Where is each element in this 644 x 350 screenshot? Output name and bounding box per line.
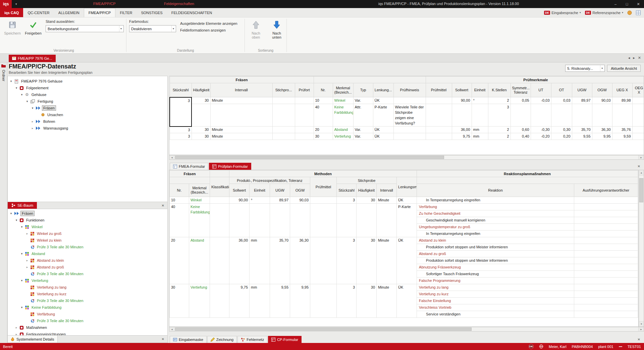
responsible-cell[interactable] <box>574 251 638 257</box>
cp-cell-ogw[interactable]: 36,30 <box>290 237 310 284</box>
column-header-symmetr-toleranz[interactable]: Symmetr...Toleranz <box>511 83 531 97</box>
freigeben-button[interactable]: Freigeben <box>25 19 42 35</box>
se-baum-item-vertiefung-zu-lang[interactable]: Vertiefung zu lang <box>8 284 167 291</box>
cell-haeufigkeit[interactable] <box>192 104 210 127</box>
se-baum-item-winkel-zu-gro[interactable]: ▸Winkel zu groß <box>8 230 167 237</box>
cell-pruefmittel[interactable] <box>426 104 452 127</box>
cell-pruefmittel[interactable] <box>426 127 452 133</box>
column-header-k-stellen[interactable]: K.Stellen <box>488 83 511 97</box>
cp-sub-klassifikation[interactable]: Klassifikation <box>210 177 229 197</box>
responsible-cell[interactable] <box>574 237 638 244</box>
cell-pruefhinweis[interactable] <box>393 133 426 140</box>
cp-cell-merkmal[interactable]: Vertiefung <box>189 284 210 318</box>
element-tree-item-fmea-pp-7976-geh-use[interactable]: ▾FMEA/PP 7976 Gehäuse <box>8 78 167 85</box>
cp-cell-stueckzahl[interactable]: 3 <box>337 237 357 284</box>
column-header-ugw[interactable]: UGW <box>572 83 592 97</box>
collapse-arrow-icon[interactable]: ▾ <box>20 252 24 255</box>
responsible-cell[interactable] <box>574 231 638 237</box>
app-logo[interactable]: iqs <box>0 0 12 8</box>
responsible-cell[interactable] <box>574 224 638 231</box>
responsible-cell[interactable] <box>574 257 638 264</box>
cell-uegx[interactable]: 35,76 <box>612 127 632 133</box>
element-tree-item-warenausgang[interactable]: ▸Warenausgang <box>8 125 167 132</box>
se-baum-item-abstand-zu-klein[interactable]: ▸Abstand zu klein <box>8 257 167 264</box>
reaction-cell[interactable]: In Temperaturregelung eingreifen <box>417 231 574 237</box>
column-header-typ[interactable]: Typ <box>353 83 373 97</box>
cell-pruefort[interactable] <box>295 133 314 140</box>
toggle-ausgeblendete-elemente[interactable]: Ausgeblendete Elemente anzeigen <box>180 21 237 26</box>
collapse-arrow-icon[interactable]: ▾ <box>25 100 29 103</box>
close-systemelement-icon[interactable]: ✕ <box>159 337 167 341</box>
cell-stichprobe[interactable] <box>272 127 295 133</box>
column-header-einheit[interactable]: Einheit <box>472 83 488 97</box>
cell-ogw[interactable]: 90,03 <box>592 97 612 104</box>
se-baum-item-vertiefung-zu-kurz[interactable]: Vertiefung zu kurz <box>8 291 167 297</box>
cell-ut[interactable]: -0,30 <box>531 127 551 133</box>
reaction-cell[interactable]: Abnutzung Fräswerkzeug <box>417 264 574 271</box>
cp-cell-intervall[interactable]: Minute <box>377 197 397 204</box>
cell-intervall[interactable]: Minute <box>210 127 272 133</box>
cp-cell-intervall[interactable]: Minute <box>377 284 397 318</box>
cp-column-haeufigkeit[interactable]: Häufigkeit <box>357 184 377 197</box>
cell-symmetrie[interactable]: 0,05 <box>511 97 531 104</box>
language-control-referenzsprache[interactable]: DEReferenzsprache▾ <box>585 11 623 15</box>
column-header-ueg-x[interactable]: UEG X <box>612 83 632 97</box>
cell-ut[interactable] <box>531 104 551 127</box>
cp-cell-sollwert[interactable] <box>229 204 250 237</box>
close-pane-icon[interactable]: ✕ <box>635 164 643 168</box>
element-tree-item-geh-use[interactable]: ▾⚙Gehäuse <box>8 91 167 98</box>
cell-intervall[interactable]: Minute <box>210 97 272 104</box>
cp-cell-stueckzahl[interactable] <box>337 204 357 237</box>
cp-cell-pruefmittel[interactable] <box>310 284 337 318</box>
collapse-arrow-icon[interactable]: ▾ <box>31 106 35 110</box>
speichern-button[interactable]: Speichern <box>4 19 21 35</box>
close-document-icon[interactable]: ✕ <box>638 56 641 60</box>
column-header-oeg-x[interactable]: OEG X <box>632 83 644 97</box>
scroll-left-icon[interactable]: ◂ <box>169 327 175 331</box>
cp-cell-haeufigkeit[interactable]: 30 <box>357 197 377 204</box>
close-pane-icon[interactable]: ✕ <box>635 338 643 341</box>
cp-cell-haeufigkeit[interactable]: 30 <box>357 237 377 284</box>
cp-cell-nr[interactable]: 20 <box>170 237 189 284</box>
expand-arrow-icon[interactable]: ▸ <box>25 265 29 269</box>
cell-ot[interactable] <box>551 104 572 127</box>
cp-cell-pruefmittel[interactable] <box>310 204 337 237</box>
cp-cell-nr[interactable]: 10 <box>170 197 189 204</box>
risikoanalyse-dropdown[interactable]: 5. Risikoanaly... ▾ <box>565 65 605 72</box>
cell-lenkung[interactable]: ÜK <box>373 97 393 104</box>
cell-ugw[interactable]: 9,55 <box>572 133 592 140</box>
cp-cell-ugw[interactable] <box>270 204 290 237</box>
form-tab-fmea-formular[interactable]: FMEA-Formular <box>170 163 208 170</box>
cell-einheit[interactable]: ° <box>472 97 488 104</box>
reaction-cell[interactable]: Abstand zu klein <box>417 237 574 244</box>
collapse-arrow-icon[interactable]: ▾ <box>20 93 24 96</box>
nav-next-icon[interactable]: ▸ <box>633 56 635 60</box>
focused-cell-stueckzahl[interactable]: 3 <box>170 97 192 127</box>
cell-kstellen[interactable]: 2 <box>488 97 511 104</box>
reaction-cell[interactable]: Vertiefung zu kurz <box>417 291 574 298</box>
reaction-cell[interactable]: Zu hohe Geschwindigkeit <box>417 210 574 217</box>
se-baum-item-keine-farbbildung[interactable]: ▾Keine Farbbildung <box>8 304 167 311</box>
cell-ugw[interactable]: 35,70 <box>572 127 592 133</box>
cell-ut[interactable]: -0,03 <box>531 97 551 104</box>
cell-typ[interactable]: Var. <box>353 133 373 140</box>
ribbon-tab-allgemein[interactable]: ALLGEMEIN <box>54 8 84 17</box>
cp-cell-ugw[interactable]: 89,97 <box>270 197 290 204</box>
globe-icon[interactable] <box>539 344 543 349</box>
cell-stueckzahl[interactable]: 3 <box>170 127 192 133</box>
ribbon-tab-filter[interactable]: FILTER <box>115 8 137 17</box>
quick-access-chevron-icon[interactable]: ▾ <box>14 2 18 6</box>
cell-symmetrie[interactable]: 0,60 <box>511 127 531 133</box>
cp-cell-haeufigkeit[interactable]: 30 <box>357 284 377 318</box>
collapse-arrow-icon[interactable]: ▾ <box>9 212 13 215</box>
cell-typ[interactable]: Var. <box>353 97 373 104</box>
cp-column-verantwortlich[interactable]: Ausführungsverantwortlicher <box>574 184 638 197</box>
bottom-tab-eingabemaske[interactable]: Eingabemaske <box>170 336 207 343</box>
se-baum-tab[interactable]: SE-Baum <box>8 202 37 209</box>
cp-cell-einheit[interactable]: mm <box>250 237 270 284</box>
cell-intervall[interactable]: Minute <box>210 133 272 140</box>
column-header-intervall[interactable]: Intervall <box>210 83 272 97</box>
cp-table-hscrollbar[interactable]: ◂▸ <box>169 327 644 332</box>
cp-cell-ugw[interactable]: 9,55 <box>270 284 290 318</box>
cell-nr[interactable]: 20 <box>314 127 333 133</box>
